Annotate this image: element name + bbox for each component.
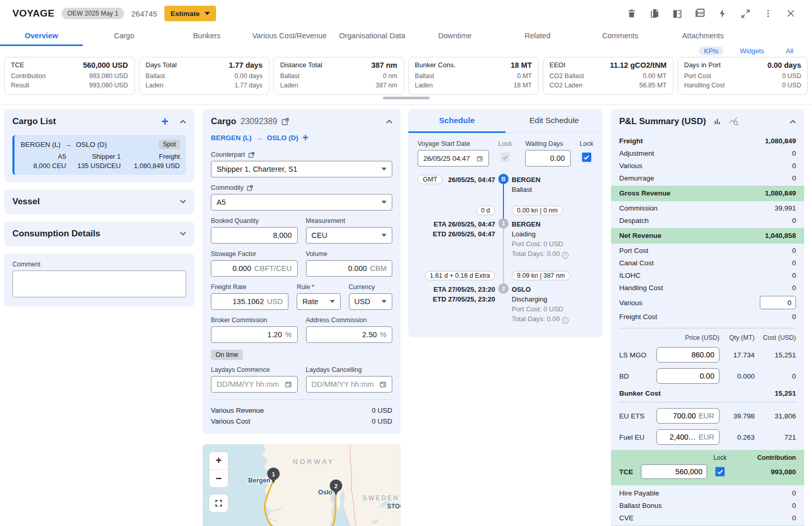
open-cargo-icon[interactable] bbox=[281, 117, 289, 126]
stowage-factor-input[interactable] bbox=[217, 264, 251, 273]
counterpart-select[interactable]: Shipper 1, Charterer, S1 bbox=[211, 161, 392, 177]
laydays-cancelling-field[interactable] bbox=[306, 376, 393, 393]
stop-eta: ETA 27/05/25, 23:20 bbox=[408, 284, 495, 294]
close-icon[interactable] bbox=[782, 5, 800, 22]
laydays-commence-input[interactable] bbox=[217, 380, 282, 388]
kpi-filter-group: KPIs Widgets All bbox=[0, 47, 812, 57]
info-icon[interactable]: i bbox=[562, 317, 569, 324]
origin-port: BERGEN bbox=[512, 175, 600, 185]
map-fullscreen-button[interactable] bbox=[209, 494, 228, 512]
resize-handle[interactable] bbox=[383, 97, 430, 99]
tab-downtime[interactable]: Downtime bbox=[413, 27, 496, 46]
info-icon[interactable]: i bbox=[562, 252, 569, 259]
kpi-filter-widgets[interactable]: Widgets bbox=[735, 47, 770, 55]
calendar-icon[interactable] bbox=[285, 380, 292, 388]
tab-organisational-data[interactable]: Organisational Data bbox=[331, 27, 413, 46]
expand-icon[interactable] bbox=[737, 5, 754, 22]
waiting-days-input[interactable] bbox=[531, 154, 564, 162]
laydays-cancelling-input[interactable] bbox=[312, 380, 377, 388]
add-cargo-icon[interactable]: + bbox=[161, 117, 168, 126]
booked-quantity-input[interactable] bbox=[217, 231, 292, 239]
eu-ets-price-input[interactable] bbox=[662, 412, 696, 420]
origin-time: 26/05/25, 04:47 bbox=[408, 175, 495, 185]
tce-lock-checkbox[interactable] bbox=[715, 467, 725, 476]
kpi-card-days-total: Days Total1.77 days Ballast0.00 days Lad… bbox=[139, 57, 270, 95]
consumption-details-panel: Consumption Details bbox=[4, 221, 194, 246]
map-zoom-out-button[interactable]: − bbox=[209, 470, 228, 487]
tab-edit-schedule[interactable]: Edit Schedule bbox=[505, 109, 603, 133]
tab-comments[interactable]: Comments bbox=[579, 27, 662, 46]
open-commodity-icon[interactable] bbox=[247, 185, 253, 191]
kpi-card-distance-total: Distance Total387 nm Ballast0 nm Laden38… bbox=[273, 57, 404, 95]
compare-icon[interactable] bbox=[668, 5, 686, 22]
voyage-start-date-field[interactable] bbox=[418, 150, 489, 167]
chevron-down-icon bbox=[381, 234, 387, 237]
collapse-icon[interactable] bbox=[790, 119, 796, 124]
delete-icon[interactable] bbox=[623, 5, 640, 22]
copy-icon[interactable] bbox=[646, 5, 663, 22]
volume-input[interactable] bbox=[312, 264, 367, 273]
cargo-freight-label: Freight bbox=[121, 153, 180, 160]
tab-cargo[interactable]: Cargo bbox=[83, 27, 165, 46]
gross-revenue-row: Gross Revenue1,080,849 bbox=[611, 186, 804, 201]
tce-input[interactable] bbox=[641, 464, 707, 479]
pnl-title: P&L Summary (USD) bbox=[619, 116, 706, 127]
estimate-dropdown-button[interactable]: Estimate bbox=[164, 6, 216, 21]
tab-bunkers[interactable]: Bunkers bbox=[165, 27, 248, 46]
route-link-bergen[interactable]: BERGEN (L) bbox=[211, 134, 252, 142]
chevron-down-icon bbox=[381, 300, 387, 303]
calendar-icon[interactable] bbox=[477, 155, 483, 162]
laydays-commence-field[interactable] bbox=[211, 376, 298, 393]
comment-panel: Comment bbox=[4, 253, 194, 307]
currency-select[interactable]: USD bbox=[349, 293, 392, 310]
tab-schedule[interactable]: Schedule bbox=[408, 109, 505, 133]
add-port-icon[interactable]: + bbox=[302, 132, 309, 144]
collapse-icon[interactable] bbox=[180, 119, 186, 124]
kpi-filter-all[interactable]: All bbox=[781, 47, 799, 55]
kpi-filter-kpis[interactable]: KPIs bbox=[699, 47, 723, 55]
cargo-list-item[interactable]: BERGEN (L) → OSLO (D) Spot A5 Shipper 1 … bbox=[12, 135, 186, 175]
cargo-amount: 1,080,849 USD bbox=[121, 162, 180, 170]
pnl-various-input[interactable] bbox=[760, 296, 796, 309]
svg-text:1: 1 bbox=[272, 471, 275, 477]
analytics-search-icon[interactable] bbox=[729, 117, 739, 126]
voyage-start-lock-checkbox[interactable] bbox=[500, 153, 510, 162]
calendar-icon[interactable] bbox=[379, 380, 387, 388]
freight-rate-input[interactable] bbox=[217, 297, 264, 306]
cargo-list-title: Cargo List bbox=[12, 116, 56, 127]
tab-attachments[interactable]: Attachments bbox=[662, 27, 744, 46]
route-link-oslo[interactable]: OSLO (D) bbox=[267, 134, 298, 142]
measurement-select[interactable]: CEU bbox=[306, 227, 393, 244]
voyage-start-date-input[interactable] bbox=[423, 155, 473, 162]
tab-related[interactable]: Related bbox=[496, 27, 579, 46]
address-commission-input[interactable] bbox=[312, 330, 377, 339]
cargo-rate: 135 USD/CEU bbox=[66, 162, 121, 170]
bd-price-input[interactable] bbox=[662, 372, 714, 380]
stop-port-cost: Port Cost: 0 USD bbox=[512, 304, 600, 314]
map-zoom-in-button[interactable]: + bbox=[209, 452, 228, 470]
broker-commission-input[interactable] bbox=[217, 330, 282, 339]
kpi-card-bunker-cons: Bunker Cons.18 MT Ballast0 MT Laden18 MT bbox=[408, 57, 539, 95]
comment-input[interactable] bbox=[12, 270, 186, 297]
waiting-days-lock-checkbox[interactable] bbox=[582, 153, 591, 162]
expand-section-icon[interactable] bbox=[180, 232, 186, 236]
more-icon[interactable] bbox=[759, 5, 777, 22]
collapse-icon[interactable] bbox=[386, 119, 392, 124]
route-map[interactable]: NORWAY SWEDEN STOC Bergen Oslo North 1 2 bbox=[203, 444, 401, 526]
commodity-select[interactable]: A5 bbox=[211, 194, 392, 211]
tab-overview[interactable]: Overview bbox=[0, 27, 83, 46]
lsmgo-price-input[interactable] bbox=[662, 351, 714, 359]
stop-port: BERGEN bbox=[512, 219, 600, 229]
open-counterpart-icon[interactable] bbox=[248, 152, 255, 158]
quick-actions-icon[interactable] bbox=[714, 5, 731, 22]
tab-various-cost-revenue[interactable]: Various Cost/Revenue bbox=[248, 27, 331, 46]
bar-chart-icon[interactable] bbox=[713, 117, 722, 126]
map-label-norway: NORWAY bbox=[293, 458, 335, 465]
rule-select[interactable]: Rate bbox=[297, 293, 340, 310]
export-pdf-icon[interactable]: PDF bbox=[691, 5, 709, 22]
expand-section-icon[interactable] bbox=[180, 200, 186, 204]
schedule-panel: Schedule Edit Schedule Voyage Start Date… bbox=[408, 109, 603, 337]
consumption-title: Consumption Details bbox=[12, 229, 100, 239]
fuel-eu-price-input[interactable] bbox=[662, 433, 696, 441]
top-bar: VOYAGE OEW 2025 May 1 264745 Estimate PD… bbox=[0, 0, 812, 27]
